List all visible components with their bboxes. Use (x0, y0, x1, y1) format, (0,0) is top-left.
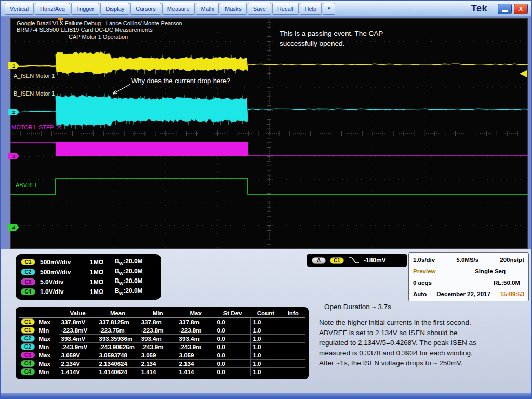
menu-item-save[interactable]: Save (248, 3, 271, 15)
measurement-value: 337.8mV (59, 318, 97, 326)
minimize-button[interactable] (498, 4, 512, 14)
measurement-value: 393.35936m (97, 335, 139, 343)
trigger-mode: Auto (413, 291, 427, 297)
acquisition-mode-row: Preview Single Seq (413, 266, 524, 276)
channel-setting-row[interactable]: C2500mV/div1MΩBW:20.0M (21, 267, 156, 277)
measurement-channel: C4 (19, 360, 36, 368)
close-button[interactable]: X (514, 4, 528, 14)
measurement-channel: C1 (19, 326, 36, 335)
measurement-value: 2.134 (177, 360, 215, 368)
measurement-value: -243.9m (177, 343, 215, 351)
measurements-header: Info (281, 309, 305, 318)
measurement-value: -223.8m (177, 326, 215, 335)
measurements-header: Min (139, 309, 177, 318)
measurement-value: 337.8m (139, 318, 177, 326)
measurement-value: 337.8125m (97, 318, 139, 326)
measurement-row: C1Max337.8mV337.8125m337.8m337.8m0.01.0 (19, 318, 305, 326)
measurement-value: -243.9m (139, 343, 177, 351)
channel-scale: 500mV/div (40, 259, 90, 266)
measurement-channel: C2 (19, 343, 36, 351)
channel-setting-row[interactable]: C35.0V/div1MΩBW:20.0M (21, 277, 156, 287)
note-open-duration: Open Duration ~ 3.7s (324, 303, 391, 311)
channel-settings-rows: C1500mV/div1MΩBW:20.0MC2500mV/div1MΩBW:2… (21, 257, 156, 297)
menu-item-help[interactable]: Help (300, 3, 322, 15)
measurement-value (281, 318, 305, 326)
measurement-value: 1.414V (59, 368, 97, 376)
measurements-header: Count (250, 309, 281, 318)
measurement-value: 3.059 (139, 351, 177, 360)
minimize-icon (502, 10, 508, 12)
resolution: 200ns/pt (500, 257, 524, 263)
measurements-table-box: ValueMeanMinMaxSt DevCountInfo C1Max337.… (16, 307, 309, 379)
measurements-header: St Dev (215, 309, 250, 318)
menu-item-measure[interactable]: Measure (162, 3, 195, 15)
channel-setting-row[interactable]: C41.0V/div1MΩBW:20.0M (21, 287, 156, 297)
measurement-value: 0.0 (215, 326, 250, 335)
menu-item-math[interactable]: Math (196, 3, 219, 15)
measurement-value (281, 335, 305, 343)
channel-bandwidth: BW:20.0M (115, 258, 143, 266)
measurement-value: 0.0 (215, 360, 250, 368)
measurement-value: 3.059V (59, 351, 97, 360)
measurement-value: -243.9mV (59, 343, 97, 351)
trigger-level-arrow (520, 70, 527, 77)
acquisition-count-row: 0 acqs RL:50.0M (413, 277, 524, 288)
trigger-readout-box[interactable]: A C1 -180mV (307, 254, 407, 267)
measurement-channel: C2 (19, 335, 36, 343)
measurements-header: Max (177, 309, 215, 318)
channel-badge: C2 (21, 269, 35, 275)
annotation-title-line3: CAP Motor 1 Operation (69, 34, 128, 40)
channel-impedance: 1MΩ (90, 288, 115, 296)
measurement-value: 1.0 (250, 326, 281, 335)
record-length: RL:50.0M (494, 280, 520, 286)
acqs-count: 0 acqs (413, 280, 432, 286)
measurement-value: 1.4140624 (97, 368, 139, 376)
measurement-value: -223.8m (139, 326, 177, 335)
scope-window: VerticalHoriz/AcqTriggerDisplayCursorsMe… (0, 0, 532, 399)
measurement-value: 393.4m (177, 335, 215, 343)
measurement-value (281, 343, 305, 351)
measurement-value: 1.0 (250, 360, 281, 368)
trigger-source-badge: C1 (330, 257, 344, 264)
measurement-value: 1.0 (250, 343, 281, 351)
channel-setting-row[interactable]: C1500mV/div1MΩBW:20.0M (21, 257, 156, 267)
channel-impedance: 1MΩ (90, 278, 115, 286)
falling-edge-icon (348, 257, 360, 264)
menu-item-cursors[interactable]: Cursors (130, 3, 161, 15)
menu-dropdown-button[interactable]: ▼ (323, 3, 335, 15)
measurement-value: 1.0 (250, 335, 281, 343)
menu-item-display[interactable]: Display (100, 3, 129, 15)
measurement-stat: Max (36, 318, 59, 326)
measurement-value (281, 326, 305, 335)
measurement-value: 3.0593748 (97, 351, 139, 360)
measurement-row: C2Min-243.9mV-243.90626m-243.9m-243.9m0.… (19, 343, 305, 351)
measurement-channel: C3 (19, 351, 36, 360)
waveform-display: Google Brazil VLX Failure Debug - Lance … (10, 18, 528, 249)
annotation-title-line2: BRM7-4 SL8500 ELIB19 Card DC-DC Measurem… (17, 26, 153, 33)
channel3-label: MOTOR1_STEP_A (11, 124, 61, 130)
single-seq-label: Single Seq (475, 268, 506, 274)
menu-bar: VerticalHoriz/AcqTriggerDisplayCursorsMe… (1, 1, 531, 17)
measurement-stat: Max (36, 335, 59, 343)
measurement-stat: Min (36, 368, 59, 376)
status-panel: C1500mV/div1MΩBW:20.0MC2500mV/div1MΩBW:2… (1, 249, 531, 398)
measurement-stat: Max (36, 360, 59, 368)
menu-item-recall[interactable]: Recall (272, 3, 299, 15)
measurement-value: 1.0 (250, 318, 281, 326)
measurements-body: C1Max337.8mV337.8125m337.8m337.8m0.01.0C… (19, 318, 305, 376)
measurement-row: C1Min-223.8mV-223.75m-223.8m-223.8m0.01.… (19, 326, 305, 335)
channel-impedance: 1MΩ (90, 269, 115, 276)
channel-bandwidth: BW:20.0M (115, 277, 143, 286)
menu-item-masks[interactable]: Masks (220, 3, 247, 15)
measurement-value: 0.0 (215, 318, 250, 326)
measurement-value: -223.8mV (59, 326, 97, 335)
menu-item-horiz-acq[interactable]: Horiz/Acq (35, 3, 70, 15)
channel-impedance: 1MΩ (90, 259, 115, 266)
menu-item-vertical[interactable]: Vertical (5, 3, 34, 15)
menu-item-trigger[interactable]: Trigger (71, 3, 99, 15)
trigger-event-badge: A (312, 257, 326, 264)
channel-scale: 1.0V/div (40, 288, 90, 296)
measurements-header: Mean (97, 309, 139, 318)
measurement-value: 2.134V (59, 360, 97, 368)
channel-badge: C4 (21, 288, 35, 295)
